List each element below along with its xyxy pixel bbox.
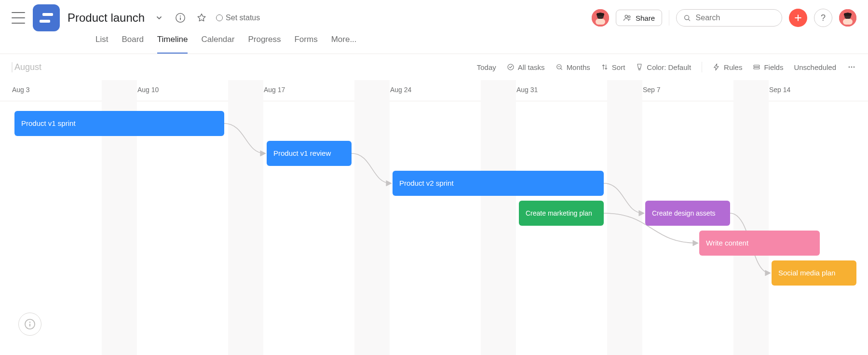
chevron-down-icon[interactable] [152, 11, 166, 25]
task-bar[interactable]: Write content [699, 231, 820, 256]
user-avatar[interactable] [592, 9, 609, 27]
zoom-icon [556, 63, 563, 71]
svg-rect-5 [596, 19, 605, 25]
date-label: Sep 7 [643, 86, 661, 94]
unscheduled-label: Unscheduled [794, 63, 836, 71]
people-icon [623, 14, 632, 22]
search-input[interactable] [696, 14, 775, 22]
sort-label: Sort [612, 63, 625, 71]
fields-button[interactable]: Fields [753, 63, 783, 71]
bolt-icon [713, 63, 720, 71]
share-label: Share [636, 14, 655, 22]
tabs: ListBoardTimelineCalendarProgressFormsMo… [0, 30, 868, 54]
fields-icon [753, 63, 760, 71]
check-circle-icon [507, 63, 515, 71]
svg-rect-12 [843, 19, 853, 25]
all-tasks-label: All tasks [518, 63, 545, 71]
date-label: Aug 17 [264, 86, 285, 94]
fields-label: Fields [764, 63, 783, 71]
more-icon [847, 62, 856, 72]
svg-point-20 [854, 67, 855, 68]
divider [669, 10, 669, 26]
date-header-row: Aug 3Aug 10Aug 17Aug 24Aug 31Sep 7Sep 14 [0, 80, 868, 101]
more-actions-button[interactable] [847, 62, 856, 72]
search-box[interactable] [676, 9, 782, 27]
search-icon [683, 14, 691, 22]
month-label: August [12, 62, 41, 72]
task-bar[interactable]: Product v2 sprint [393, 171, 604, 196]
task-bar[interactable]: Product v1 sprint [14, 111, 224, 136]
plus-icon [793, 13, 803, 23]
svg-rect-6 [597, 13, 604, 16]
tab-more[interactable]: More... [331, 35, 357, 54]
tab-calendar[interactable]: Calendar [201, 35, 234, 54]
svg-rect-17 [754, 68, 760, 69]
svg-point-19 [851, 67, 853, 68]
tab-progress[interactable]: Progress [248, 35, 281, 54]
status-dot-icon [216, 14, 223, 21]
color-icon [636, 63, 643, 71]
share-button[interactable]: Share [616, 10, 662, 26]
date-label: Aug 24 [390, 86, 411, 94]
help-button[interactable]: ? [814, 9, 832, 27]
zoom-label: Months [567, 63, 590, 71]
tab-forms[interactable]: Forms [294, 35, 317, 54]
svg-point-9 [685, 15, 689, 20]
date-label: Aug 3 [12, 86, 30, 94]
timeline-chart[interactable]: Product v1 sprintProduct v1 reviewProduc… [0, 101, 868, 355]
svg-point-7 [625, 15, 627, 17]
project-title: Product launch [68, 11, 145, 25]
date-label: Aug 31 [516, 86, 538, 94]
filter-all-tasks[interactable]: All tasks [507, 63, 545, 71]
tab-list[interactable]: List [95, 35, 108, 54]
date-label: Sep 14 [769, 86, 790, 94]
svg-rect-13 [844, 13, 852, 16]
project-icon[interactable] [33, 4, 60, 31]
unscheduled-button[interactable]: Unscheduled [794, 63, 836, 71]
task-bar[interactable]: Create design assets [645, 201, 730, 226]
task-bar[interactable]: Create marketing plan [519, 201, 604, 226]
svg-rect-16 [754, 65, 760, 67]
svg-point-8 [628, 16, 630, 18]
today-label: Today [477, 63, 496, 71]
rules-label: Rules [724, 63, 742, 71]
sort-button[interactable]: Sort [601, 63, 625, 71]
set-status-label: Set status [226, 14, 260, 22]
dependency-lines [0, 101, 868, 355]
date-label: Aug 10 [137, 86, 159, 94]
star-icon[interactable] [195, 11, 208, 25]
svg-point-22 [29, 322, 31, 323]
task-bar[interactable]: Product v1 review [267, 141, 352, 166]
profile-avatar[interactable] [839, 9, 856, 27]
svg-rect-23 [29, 324, 30, 327]
global-add-button[interactable] [789, 9, 807, 27]
color-button[interactable]: Color: Default [636, 63, 691, 71]
info-icon[interactable] [174, 11, 187, 25]
zoom-select[interactable]: Months [556, 63, 590, 71]
info-fab[interactable] [18, 313, 41, 336]
task-bar[interactable]: Social media plan [772, 260, 856, 286]
svg-point-1 [180, 15, 181, 16]
sort-icon [601, 63, 609, 71]
tab-timeline[interactable]: Timeline [157, 35, 188, 54]
today-button[interactable]: Today [477, 63, 496, 71]
set-status-button[interactable]: Set status [216, 14, 260, 22]
rules-button[interactable]: Rules [713, 63, 742, 71]
svg-rect-2 [180, 17, 181, 20]
menu-toggle[interactable] [12, 12, 25, 24]
tab-board[interactable]: Board [122, 35, 143, 54]
divider [702, 62, 702, 72]
svg-point-18 [849, 67, 850, 68]
color-label: Color: Default [647, 63, 691, 71]
